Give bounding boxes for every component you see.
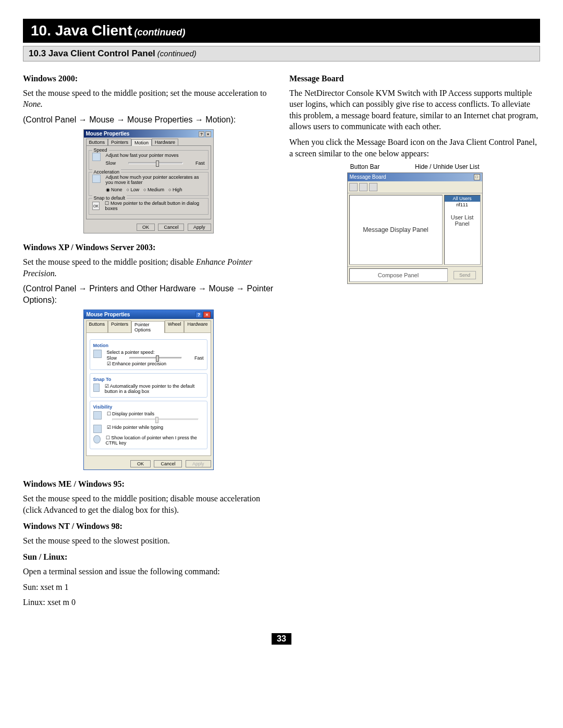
tab-wheel[interactable]: Wheel xyxy=(165,320,185,332)
section-continued: (continued) xyxy=(157,49,197,58)
label-hide-userlist: Hide / Unhide User List xyxy=(415,163,479,170)
tab-motion[interactable]: Motion xyxy=(131,139,152,146)
tab-pointers[interactable]: Pointers xyxy=(108,320,131,332)
figure-mouse-properties-win2000: Mouse Properties ?× Buttons Pointers Mot… xyxy=(23,129,274,233)
heading-windows-nt: Windows NT / Windows 98: xyxy=(23,521,274,532)
text-windows-2000: Set the mouse speed to the middle positi… xyxy=(23,88,274,110)
tab-pointer-options[interactable]: Pointer Options xyxy=(131,321,165,333)
path-windows-xp: (Control Panel → Printers and Other Hard… xyxy=(23,283,274,305)
hide-pointer-icon xyxy=(93,425,102,433)
section-title: 10.3 Java Client Control Panel xyxy=(29,48,155,58)
close-button[interactable]: × xyxy=(205,131,211,137)
chapter-title: 10. Java Client xyxy=(31,22,132,39)
text-message-board-1: The NetDirector Console KVM Switch with … xyxy=(289,88,540,132)
chapter-header-bar: 10. Java Client (continued) xyxy=(23,19,540,43)
ok-button[interactable]: OK xyxy=(130,460,151,467)
left-column: Windows 2000: Set the mouse speed to the… xyxy=(23,68,274,612)
dialog-tabs-xp: Buttons Pointers Pointer Options Wheel H… xyxy=(84,319,213,332)
user-list-panel: All Users rif111 User List Panel xyxy=(444,195,481,265)
command-linux: Linux: xset m 0 xyxy=(23,597,274,608)
command-sun: Sun: xset m 1 xyxy=(23,582,274,593)
help-button[interactable]: ? xyxy=(195,312,203,318)
msgboard-toolbar xyxy=(348,181,482,193)
radio-none[interactable]: None xyxy=(106,187,123,192)
pointer-icon xyxy=(93,350,102,358)
heading-message-board: Message Board xyxy=(289,73,540,84)
heading-sun-linux: Sun / Linux: xyxy=(23,551,274,563)
checkbox-hide-while-typing[interactable]: Hide pointer while typing xyxy=(107,425,164,433)
label-button-bar: Button Bar xyxy=(350,163,380,170)
compose-panel[interactable]: Compose Panel xyxy=(349,268,448,282)
snap-icon: OK xyxy=(92,202,100,210)
path-windows-2000: (Control Panel → Mouse → Mouse Propertie… xyxy=(23,114,274,126)
help-button[interactable]: ? xyxy=(199,131,204,137)
toolbar-icon-1[interactable] xyxy=(349,183,358,191)
checkbox-pointer-trails[interactable]: Display pointer trails xyxy=(107,411,204,416)
checkbox-snap-default[interactable]: Move pointer to the default button in di… xyxy=(105,201,204,211)
heading-windows-me: Windows ME / Windows 95: xyxy=(23,478,274,490)
figure-message-board: Button Bar Hide / Unhide User List Messa… xyxy=(289,163,540,284)
trails-icon xyxy=(93,411,102,419)
cancel-button[interactable]: Cancel xyxy=(154,460,182,467)
tab-buttons[interactable]: Buttons xyxy=(86,320,108,332)
speed-slider[interactable] xyxy=(128,162,183,164)
speed-slider-xp[interactable] xyxy=(129,357,182,359)
apply-button[interactable]: Apply xyxy=(188,224,211,231)
snapto-icon xyxy=(93,384,100,392)
acceleration-icon xyxy=(92,175,101,183)
message-display-panel: Message Display Panel xyxy=(349,195,443,265)
tab-hardware[interactable]: Hardware xyxy=(184,320,211,332)
user-list-item[interactable]: rif111 xyxy=(445,202,480,208)
radio-high[interactable]: High xyxy=(168,187,182,192)
apply-button[interactable]: Apply xyxy=(186,460,211,467)
tab-buttons[interactable]: Buttons xyxy=(86,139,108,145)
tab-pointers[interactable]: Pointers xyxy=(108,139,131,145)
figure-mouse-properties-winxp: Mouse Properties ?× Buttons Pointers Poi… xyxy=(23,310,274,470)
toolbar-icon-3[interactable] xyxy=(369,183,377,191)
text-windows-nt: Set the mouse speed to the slowest posit… xyxy=(23,535,274,547)
text-windows-xp: Set the mouse speed to the middle positi… xyxy=(23,256,274,279)
radio-low[interactable]: Low xyxy=(127,187,139,192)
section-header-bar: 10.3 Java Client Control Panel (continue… xyxy=(23,46,540,61)
checkbox-ctrl-locate[interactable]: Show location of pointer when I press th… xyxy=(106,435,204,446)
chapter-continued: (continued) xyxy=(134,27,186,38)
toolbar-icon-2[interactable] xyxy=(359,183,368,191)
close-button[interactable]: × xyxy=(203,312,210,318)
checkbox-snap-to[interactable]: Automatically move pointer to the defaul… xyxy=(105,384,204,394)
heading-windows-2000: Windows 2000: xyxy=(23,73,274,84)
page-number: 33 xyxy=(23,633,540,645)
ok-button[interactable]: OK xyxy=(137,224,155,231)
cancel-button[interactable]: Cancel xyxy=(158,224,184,231)
msgboard-titlebar: Message Board □ xyxy=(348,173,482,181)
tab-hardware[interactable]: Hardware xyxy=(152,139,178,145)
text-sun-linux: Open a terminal session and issue the fo… xyxy=(23,566,274,577)
dialog-tabs: Buttons Pointers Motion Hardware xyxy=(84,138,213,145)
send-button[interactable]: Send xyxy=(454,271,476,279)
trails-slider xyxy=(112,418,199,421)
radio-medium[interactable]: Medium xyxy=(143,187,164,192)
right-column: Message Board The NetDirector Console KV… xyxy=(289,68,540,612)
text-windows-me: Set the mouse speed to the middle positi… xyxy=(23,493,274,515)
dialog-titlebar-xp: Mouse Properties ?× xyxy=(84,310,213,319)
text-message-board-2: When you click the Message Board icon on… xyxy=(289,137,540,159)
ctrl-locate-icon xyxy=(93,435,101,443)
checkbox-enhance-precision[interactable]: Enhance pointer precision xyxy=(107,361,204,366)
dialog-titlebar: Mouse Properties ?× xyxy=(84,130,213,138)
heading-windows-xp: Windows XP / Windows Server 2003: xyxy=(23,242,274,253)
minimize-icon[interactable]: □ xyxy=(474,174,480,180)
mouse-icon xyxy=(92,153,101,161)
